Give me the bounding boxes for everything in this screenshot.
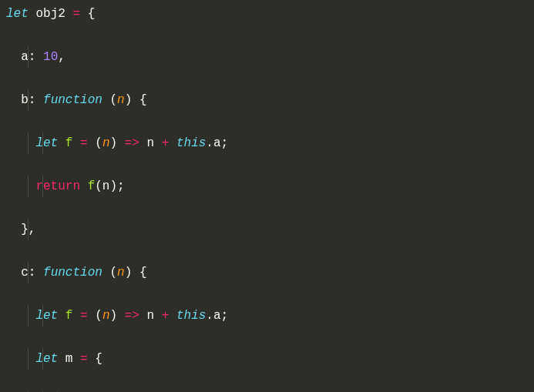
- code-line: b: function (n) {: [6, 89, 528, 111]
- code-line: let f = (n) => n + this.a;: [6, 305, 528, 327]
- code-line: return f(n);: [6, 176, 528, 197]
- keyword-let: let: [6, 7, 29, 21]
- code-editor[interactable]: let obj2 = { a: 10, b: function (n) { le…: [0, 0, 534, 392]
- code-line: let m = {: [6, 348, 528, 370]
- code-line: a: 10,: [6, 46, 528, 68]
- code-line: c: function (n) {: [6, 262, 528, 283]
- code-line: },: [6, 219, 528, 240]
- code-line: let f = (n) => n + this.a;: [6, 132, 528, 154]
- code-line: let obj2 = {: [6, 3, 528, 25]
